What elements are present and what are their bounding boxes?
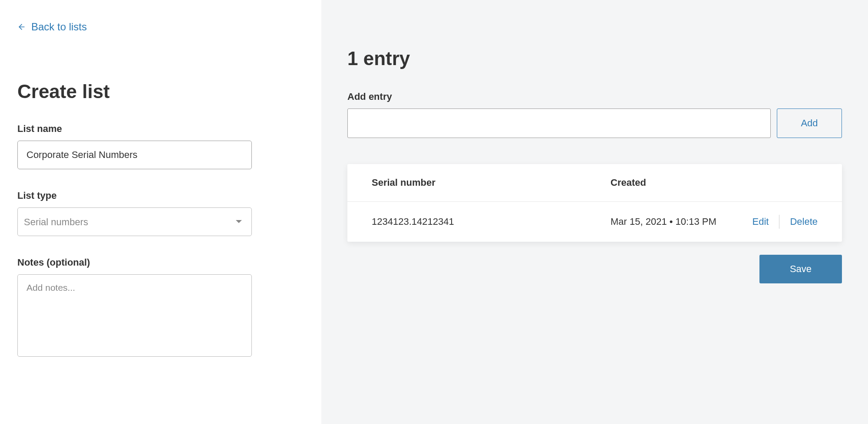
list-type-label: List type: [17, 190, 287, 201]
list-name-group: List name: [17, 123, 287, 169]
save-button[interactable]: Save: [759, 255, 842, 283]
table-header: Serial number Created: [347, 164, 842, 202]
list-type-select[interactable]: Serial numbers: [17, 207, 252, 236]
list-name-label: List name: [17, 123, 287, 135]
notes-label: Notes (optional): [17, 257, 287, 268]
right-panel: 1 entry Add entry Add Serial number Crea…: [321, 0, 868, 424]
create-list-heading: Create list: [17, 81, 287, 102]
table-row-actions: Edit Delete: [749, 215, 818, 229]
add-entry-section: Add entry Add: [347, 91, 842, 138]
back-to-lists-link[interactable]: Back to lists: [17, 21, 87, 33]
add-entry-input[interactable]: [347, 108, 771, 138]
edit-link[interactable]: Edit: [752, 216, 769, 227]
list-type-group: List type Serial numbers: [17, 190, 287, 236]
table-row: 1234123.14212341 Mar 15, 2021 • 10:13 PM…: [347, 202, 842, 242]
notes-textarea[interactable]: [17, 274, 252, 357]
table-header-serial: Serial number: [372, 177, 611, 188]
table-cell-serial: 1234123.14212341: [372, 216, 611, 227]
table-cell-created: Mar 15, 2021 • 10:13 PM: [611, 216, 749, 227]
left-panel: Back to lists Create list List name List…: [0, 0, 321, 424]
table-header-created: Created: [611, 177, 818, 188]
entries-heading: 1 entry: [347, 48, 842, 69]
add-entry-label: Add entry: [347, 91, 842, 102]
add-button[interactable]: Add: [777, 108, 842, 138]
list-name-input[interactable]: [17, 141, 252, 169]
arrow-left-icon: [17, 23, 26, 31]
back-link-label: Back to lists: [31, 21, 87, 33]
notes-group: Notes (optional): [17, 257, 287, 358]
action-divider: [779, 215, 779, 229]
delete-link[interactable]: Delete: [790, 216, 818, 227]
entries-table: Serial number Created 1234123.14212341 M…: [347, 164, 842, 242]
save-row: Save: [347, 255, 842, 283]
